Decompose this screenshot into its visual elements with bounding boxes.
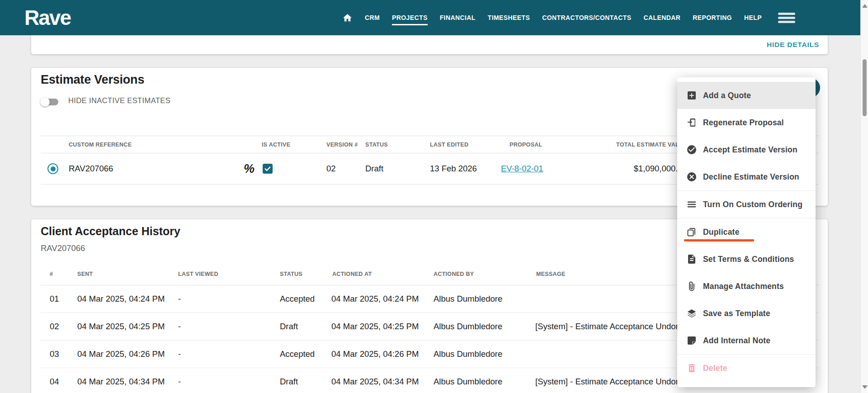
col-message: MESSAGE bbox=[536, 271, 566, 277]
menu-item-label: Save as Template bbox=[703, 309, 770, 318]
menu-item-regenerate-proposal[interactable]: Regenerate Proposal bbox=[677, 109, 816, 136]
document-icon bbox=[686, 254, 697, 265]
history-actioned-by: Albus Dumbledore bbox=[434, 294, 502, 304]
scroll-down-arrow-icon[interactable] bbox=[862, 385, 868, 389]
nav-item-contractors-contacts[interactable]: CONTRACTORS/CONTACTS bbox=[542, 14, 631, 21]
scroll-up-arrow-icon[interactable] bbox=[862, 4, 868, 8]
menu-item-label: Decline Estimate Version bbox=[703, 172, 799, 182]
estimate-status: Draft bbox=[365, 164, 383, 174]
history-num: 04 bbox=[50, 377, 59, 387]
menu-item-manage-attachments[interactable]: Manage Attachments bbox=[677, 273, 816, 300]
col-actioned-by: ACTIONED BY bbox=[434, 271, 474, 277]
scrollbar-thumb[interactable] bbox=[863, 59, 867, 116]
history-status: Accepted bbox=[280, 349, 315, 359]
col-total-estimate-value: TOTAL ESTIMATE VALUE bbox=[616, 142, 687, 148]
check-circle-icon bbox=[686, 144, 697, 155]
col-actioned-at: ACTIONED AT bbox=[332, 271, 372, 277]
nav-item-crm[interactable]: CRM bbox=[365, 14, 380, 21]
is-active-checkbox[interactable] bbox=[263, 164, 273, 174]
nav-item-financial[interactable]: FINANCIAL bbox=[440, 14, 476, 21]
add-box-icon bbox=[686, 90, 697, 101]
menu-item-delete[interactable]: Delete bbox=[677, 355, 816, 382]
history-sent: 04 Mar 2025, 04:25 PM bbox=[77, 322, 165, 331]
col-custom-reference: CUSTOM REFERENCE bbox=[69, 142, 132, 148]
main-nav: CRM PROJECTS FINANCIAL TIMESHEETS CONTRA… bbox=[342, 0, 762, 35]
history-actioned-by: Albus Dumbledore bbox=[434, 377, 502, 387]
hide-inactive-toggle-label: HIDE INACTIVE ESTIMATES bbox=[68, 96, 170, 105]
history-last-viewed: - bbox=[178, 377, 181, 387]
proposal-link[interactable]: EV-8-02-01 bbox=[501, 164, 543, 174]
duplicate-active-underline bbox=[684, 239, 754, 241]
menu-item-label: Add a Quote bbox=[703, 91, 751, 100]
nav-item-calendar[interactable]: CALENDAR bbox=[643, 14, 680, 21]
menu-item-save-as-template[interactable]: Save as Template bbox=[677, 300, 816, 327]
menu-item-label: Manage Attachments bbox=[703, 282, 784, 291]
col-proposal: PROPOSAL bbox=[509, 142, 542, 148]
col-version: VERSION # bbox=[326, 142, 358, 148]
regenerate-proposal-icon bbox=[686, 117, 697, 128]
nav-item-projects[interactable]: PROJECTS bbox=[392, 14, 428, 21]
menu-item-label: Set Terms & Conditions bbox=[703, 255, 794, 264]
history-last-viewed: - bbox=[178, 294, 181, 304]
history-actioned-by: Albus Dumbledore bbox=[434, 322, 502, 331]
history-sent: 04 Mar 2025, 04:26 PM bbox=[77, 349, 165, 359]
hide-details-link[interactable]: HIDE DETAILS bbox=[767, 41, 819, 49]
estimate-last-edited: 13 Feb 2026 bbox=[430, 164, 477, 174]
menu-item-add-a-quote[interactable]: Add a Quote bbox=[677, 82, 816, 109]
menu-item-accept-estimate-version[interactable]: Accept Estimate Version bbox=[677, 136, 816, 163]
history-actioned-at: 04 Mar 2025, 04:34 PM bbox=[331, 377, 419, 387]
acceptance-history-title: Client Acceptance History bbox=[41, 225, 180, 238]
col-status: STATUS bbox=[365, 142, 388, 148]
copy-icon bbox=[686, 227, 697, 237]
paperclip-icon bbox=[686, 281, 697, 292]
history-status: Accepted bbox=[280, 294, 315, 304]
menu-item-label: Delete bbox=[703, 364, 727, 373]
estimate-context-menu: Add a Quote Regenerate Proposal Accept E… bbox=[677, 77, 816, 387]
estimate-custom-reference: RAV207066 bbox=[69, 164, 113, 174]
history-sent: 04 Mar 2025, 04:34 PM bbox=[77, 377, 165, 387]
reorder-icon bbox=[686, 199, 697, 210]
menu-item-label: Regenerate Proposal bbox=[703, 118, 784, 128]
brand-logo[interactable]: Rave bbox=[24, 5, 71, 30]
nav-item-help[interactable]: HELP bbox=[744, 14, 762, 21]
nav-item-reporting[interactable]: REPORTING bbox=[693, 14, 732, 21]
history-message: [System] - Estimate Acceptance Undone bbox=[535, 322, 685, 331]
acceptance-history-subtitle: RAV207066 bbox=[41, 243, 85, 253]
trash-icon bbox=[686, 363, 697, 374]
details-card: HIDE DETAILS bbox=[31, 35, 828, 54]
menu-item-set-terms-and-conditions[interactable]: Set Terms & Conditions bbox=[677, 246, 816, 273]
app-header: Rave CRM PROJECTS FINANCIAL TIMESHEETS C… bbox=[0, 0, 860, 35]
menu-item-label: Duplicate bbox=[703, 227, 740, 237]
history-last-viewed: - bbox=[178, 322, 181, 331]
history-actioned-at: 04 Mar 2025, 04:26 PM bbox=[331, 349, 419, 359]
col-sent: SENT bbox=[77, 271, 93, 277]
history-actioned-at: 04 Mar 2025, 04:25 PM bbox=[331, 322, 419, 331]
history-message: [System] - Estimate Acceptance Undone bbox=[535, 377, 685, 387]
history-actioned-at: 04 Mar 2025, 04:24 PM bbox=[331, 294, 419, 304]
cancel-circle-icon bbox=[686, 171, 697, 182]
note-icon bbox=[686, 335, 697, 346]
estimate-version: 02 bbox=[326, 164, 336, 174]
page-scrollbar[interactable] bbox=[860, 0, 868, 393]
nav-item-timesheets[interactable]: TIMESHEETS bbox=[488, 14, 530, 21]
estimate-row-radio[interactable] bbox=[47, 163, 58, 174]
history-num: 03 bbox=[50, 349, 59, 359]
col-last-viewed: LAST VIEWED bbox=[178, 271, 218, 277]
estimate-versions-title: Estimate Versions bbox=[41, 73, 144, 87]
menu-item-label: Turn On Custom Ordering bbox=[703, 200, 802, 209]
layers-icon bbox=[686, 308, 697, 319]
col-status: STATUS bbox=[280, 271, 302, 277]
menu-item-turn-on-custom-ordering[interactable]: Turn On Custom Ordering bbox=[677, 191, 816, 218]
markup-percent-icon[interactable]: % bbox=[244, 162, 255, 176]
menu-item-label: Accept Estimate Version bbox=[703, 145, 797, 155]
menu-item-add-internal-note[interactable]: Add Internal Note bbox=[677, 327, 816, 354]
col-last-edited: LAST EDITED bbox=[430, 142, 468, 148]
menu-item-label: Add Internal Note bbox=[703, 336, 770, 346]
menu-item-decline-estimate-version[interactable]: Decline Estimate Version bbox=[677, 163, 816, 190]
hamburger-menu-icon[interactable] bbox=[778, 13, 795, 23]
hide-inactive-toggle[interactable] bbox=[42, 99, 58, 105]
page: Rave CRM PROJECTS FINANCIAL TIMESHEETS C… bbox=[0, 0, 868, 393]
col-is-active: IS ACTIVE bbox=[262, 142, 290, 148]
menu-item-duplicate[interactable]: Duplicate bbox=[677, 218, 816, 246]
home-icon[interactable] bbox=[342, 13, 353, 23]
